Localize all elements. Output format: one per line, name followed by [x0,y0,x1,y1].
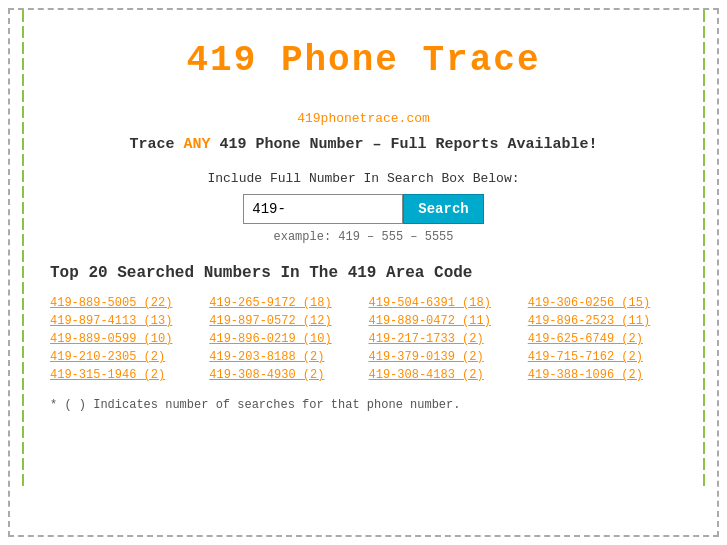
outer-border [8,8,719,537]
